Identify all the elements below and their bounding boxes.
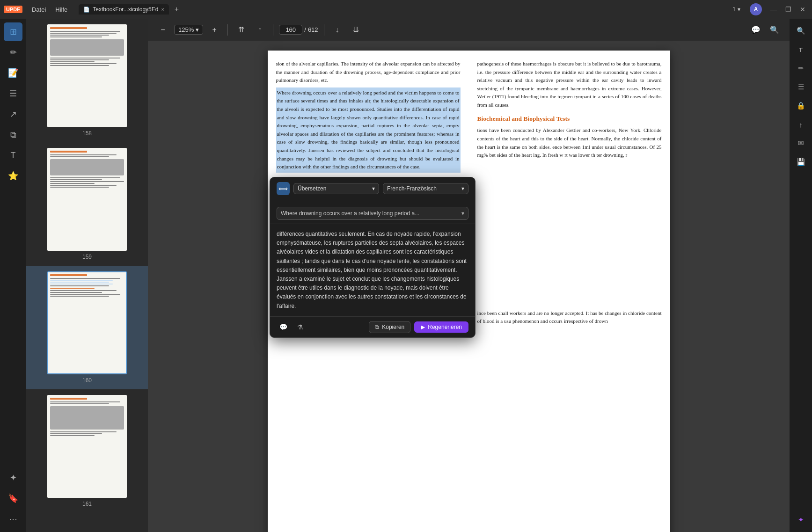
regenerate-label: Regenerieren xyxy=(428,324,462,330)
window-controls: — ❐ ✕ xyxy=(768,6,808,13)
toolbar-settings-btn[interactable]: ⋯ xyxy=(4,510,22,528)
translate-footer: 💬 ⚗ ⧉ Kopieren ▶ Regenerieren xyxy=(270,317,475,337)
heading-biochem: Biochemical and Biophysical Tests xyxy=(477,114,662,124)
pdf-viewport[interactable]: sion of the alveolar capillaries. The in… xyxy=(148,41,790,532)
pdf-right-column: pathogenesis of these haemorrhages is ob… xyxy=(469,51,670,532)
translate-header: ⟺ Übersetzen ▾ French-Französisch ▾ xyxy=(270,177,475,200)
translate-source-input[interactable]: Where drowning occurs over a relatively … xyxy=(277,207,468,220)
copy-btn[interactable]: ⧉ Kopieren xyxy=(369,321,410,333)
tab-close-btn[interactable]: × xyxy=(161,7,164,12)
toolbar-edit-btn[interactable]: ✏ xyxy=(4,43,22,62)
translate-popup: ⟺ Übersetzen ▾ French-Französisch ▾ Wher… xyxy=(270,177,475,338)
zoom-display: 125% ▾ xyxy=(174,25,203,35)
right-search-btn[interactable]: 🔍 xyxy=(792,22,809,39)
toolbar-sticker-btn[interactable]: ⭐ xyxy=(4,167,22,185)
thumbnail-label-161: 161 xyxy=(82,501,92,507)
regenerate-btn[interactable]: ▶ Regenerieren xyxy=(414,321,468,333)
menu-datei[interactable]: Datei xyxy=(28,4,50,15)
page-indicator: 1 ▾ xyxy=(732,6,740,13)
nav-last-btn[interactable]: ⇊ xyxy=(349,22,364,37)
toolbar-ai-btn[interactable]: ✦ xyxy=(4,468,22,487)
right-sign-btn[interactable]: ✉ xyxy=(792,135,809,152)
right-share-btn[interactable]: ↑ xyxy=(792,116,809,133)
page-number-input[interactable] xyxy=(279,25,302,35)
minimize-btn[interactable]: — xyxy=(768,6,780,13)
para-alveolar-intro: sion of the alveolar capillaries. The in… xyxy=(276,60,461,85)
page-total-label: 612 xyxy=(308,26,318,33)
right-ocr-btn[interactable]: T xyxy=(792,41,809,58)
app-logo: UPDF xyxy=(4,6,22,13)
source-lang-label: Übersetzen xyxy=(298,185,326,192)
nav-prev-btn[interactable]: ↑ xyxy=(252,22,267,37)
thumbnail-panel: 158 159 xyxy=(26,19,148,532)
target-lang-label: French-Französisch xyxy=(387,185,437,192)
source-input-chevron: ▾ xyxy=(461,210,464,217)
translate-result: différences quantitatives seulement. En … xyxy=(270,224,475,317)
toolbar-annotate-btn[interactable]: 📝 xyxy=(4,64,22,82)
right-form-btn[interactable]: ☰ xyxy=(792,79,809,95)
user-avatar[interactable]: A xyxy=(750,3,762,15)
tab-label: TextbookFor...xicology5Ed xyxy=(93,6,158,13)
thumbnail-img-159 xyxy=(47,148,127,251)
left-toolbar: ⊞ ✏ 📝 ☰ ↗ ⧉ T ⭐ ✦ 🔖 ⋯ xyxy=(0,19,26,532)
tab-doc-icon: 📄 xyxy=(83,7,90,13)
target-lang-chevron: ▾ xyxy=(461,185,464,192)
zoom-dropdown-icon[interactable]: ▾ xyxy=(196,26,199,33)
highlighted-text: Where drowning occurs over a relatively … xyxy=(277,90,460,169)
close-btn[interactable]: ✕ xyxy=(797,6,808,13)
right-ai-btn[interactable]: ✦ xyxy=(792,511,809,528)
para-highlighted[interactable]: Where drowning occurs over a relatively … xyxy=(276,87,461,173)
toolbar-layout-btn[interactable]: ☰ xyxy=(4,84,22,103)
nav-first-btn[interactable]: ⇈ xyxy=(234,22,249,37)
top-toolbar: − 125% ▾ + ⇈ ↑ / 612 ↓ ⇊ 💬 🔍 xyxy=(148,19,790,41)
right-save-btn[interactable]: 💾 xyxy=(792,153,809,170)
thumbnail-img-160 xyxy=(47,271,127,374)
comment-btn[interactable]: 💬 xyxy=(748,22,763,37)
active-tab[interactable]: 📄 TextbookFor...xicology5Ed × xyxy=(79,4,169,15)
right-toolbar: 🔍 T ✏ ☰ 🔒 ↑ ✉ 💾 ✦ xyxy=(790,19,812,532)
comment-footer-icon[interactable]: 💬 xyxy=(277,321,290,334)
thumbnail-158[interactable]: 158 xyxy=(26,19,148,142)
toolbar-ocr-btn[interactable]: T xyxy=(4,146,22,165)
thumbnail-img-161 xyxy=(47,395,127,498)
para-biochem: tions have been conducted by Alexander G… xyxy=(477,126,662,159)
thumbnail-label-160: 160 xyxy=(82,377,92,384)
new-tab-btn[interactable]: + xyxy=(171,5,183,14)
copy-label: Kopieren xyxy=(382,324,404,330)
thumbnail-160[interactable]: 160 xyxy=(26,266,148,389)
target-lang-select[interactable]: French-Französisch ▾ xyxy=(383,183,468,194)
translate-result-text: différences quantitatives seulement. En … xyxy=(277,231,467,309)
content-area: − 125% ▾ + ⇈ ↑ / 612 ↓ ⇊ 💬 🔍 xyxy=(148,19,790,532)
zoom-level-label: 125% xyxy=(178,26,194,33)
zoom-out-btn[interactable]: − xyxy=(155,22,170,37)
page-separator: / xyxy=(304,26,306,33)
source-lang-chevron: ▾ xyxy=(372,185,375,192)
translate-source: Where drowning occurs over a relatively … xyxy=(270,200,475,224)
para-haemorrhages: pathogenesis of these haemorrhages is ob… xyxy=(477,60,662,109)
regenerate-icon: ▶ xyxy=(421,324,425,330)
search-toolbar-btn[interactable]: 🔍 xyxy=(767,22,782,37)
titlebar: UPDF Datei Hilfe 📄 TextbookFor...xicolog… xyxy=(0,0,812,19)
zoom-in-btn[interactable]: + xyxy=(207,22,222,37)
source-lang-select[interactable]: Übersetzen ▾ xyxy=(293,183,379,194)
main-layout: ⊞ ✏ 📝 ☰ ↗ ⧉ T ⭐ ✦ 🔖 ⋯ xyxy=(0,19,812,532)
menu-hilfe[interactable]: Hilfe xyxy=(51,4,71,15)
toolbar-export-btn[interactable]: ↗ xyxy=(4,105,22,124)
thumbnail-img-158 xyxy=(47,24,127,127)
page-input-box: / 612 xyxy=(279,25,318,35)
translate-icon: ⟺ xyxy=(277,182,290,195)
maximize-btn[interactable]: ❐ xyxy=(783,6,794,13)
source-input-text: Where drowning occurs over a relatively … xyxy=(281,210,419,217)
thumbnail-161[interactable]: 161 xyxy=(26,389,148,513)
toolbar-thumbnail-btn[interactable]: ⊞ xyxy=(4,22,22,41)
toolbar-pages-btn[interactable]: ⧉ xyxy=(4,125,22,144)
thumbnail-label-158: 158 xyxy=(82,130,92,137)
right-protect-btn[interactable]: 🔒 xyxy=(792,97,809,114)
nav-next-btn[interactable]: ↓ xyxy=(330,22,345,37)
thumbnail-159[interactable]: 159 xyxy=(26,142,148,266)
copy-icon: ⧉ xyxy=(375,324,379,330)
flask-footer-icon[interactable]: ⚗ xyxy=(293,321,307,334)
toolbar-bookmark-btn[interactable]: 🔖 xyxy=(4,489,22,508)
right-edit-btn[interactable]: ✏ xyxy=(792,60,809,77)
thumbnail-label-159: 159 xyxy=(82,254,92,260)
